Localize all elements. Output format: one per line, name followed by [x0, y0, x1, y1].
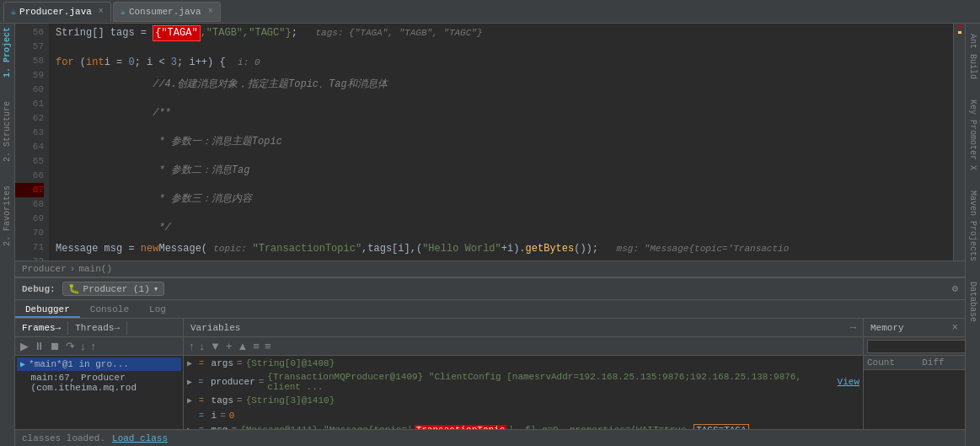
- threads-tab[interactable]: Threads→: [68, 321, 127, 335]
- debug-settings-icon[interactable]: ⚙: [952, 282, 958, 295]
- var-expand-tags[interactable]: ▶: [187, 395, 197, 406]
- code-line-61[interactable]: * 参数一：消息主题Topic: [56, 127, 946, 156]
- var-value-producer: {TransactionMQProducer@1409} "ClientConf…: [267, 372, 828, 392]
- memory-search-input[interactable]: [867, 340, 965, 353]
- var-icon-tags: =: [199, 396, 204, 406]
- btn-step-over[interactable]: ↷: [64, 341, 77, 352]
- right-panel-ant-build[interactable]: Ant Build: [967, 27, 979, 86]
- tab-producer-close[interactable]: ×: [99, 7, 104, 16]
- debug-content: Frames→ Threads→ ▶ ⏸ ⏹ ↷ ↓ ↑: [15, 319, 965, 429]
- tab-consumer-label: Consumer.java: [129, 7, 201, 17]
- var-name-producer: producer: [205, 377, 254, 387]
- left-panels: 1. Project 2. Structure 2. Favorites: [0, 24, 15, 446]
- line-numbers: 56 57 58 59 60 61 62 63 64 65 66 67 68 6…: [15, 24, 49, 261]
- btn-stop[interactable]: ⏹: [48, 341, 62, 352]
- var-value-args: {String[0]@1408}: [246, 358, 335, 368]
- tab-producer-java[interactable]: ☕ Producer.java ×: [3, 2, 111, 22]
- right-panel-key-promoter[interactable]: Key Promoter X: [967, 93, 979, 177]
- editor-scrollbar[interactable]: [953, 24, 965, 261]
- tab-producer-label: Producer.java: [19, 7, 92, 17]
- code-line-65[interactable]: Message msg = new Message( topic: "Trans…: [56, 242, 946, 256]
- tab-log[interactable]: Log: [139, 303, 176, 318]
- var-btn-add[interactable]: +: [224, 341, 234, 352]
- var-expand-args[interactable]: ▶: [187, 358, 197, 368]
- debug-session[interactable]: 🐛 Producer (1) ▾: [62, 282, 165, 296]
- var-btn-expand[interactable]: ▼: [208, 341, 222, 352]
- var-btn-down[interactable]: ↓: [198, 341, 207, 352]
- var-item-msg[interactable]: ▶ = msg = {Message@1411} "Message{topic=…: [184, 423, 863, 429]
- code-line-62[interactable]: * 参数二：消息Tag: [56, 156, 946, 185]
- right-panel-maven[interactable]: Maven Projects: [967, 184, 979, 268]
- frame-icon: ▶: [20, 359, 25, 369]
- memory-close-btn[interactable]: ×: [952, 322, 958, 334]
- var-name-tags: tags: [206, 395, 233, 406]
- tab-console[interactable]: Console: [80, 303, 139, 318]
- code-line-58[interactable]: for (int i = 0; i < 3; i++) { i: 0: [56, 56, 946, 70]
- memory-table: Count Diff: [864, 356, 965, 370]
- var-item-i[interactable]: = i = 0: [184, 408, 863, 423]
- debug-label: Debug:: [22, 284, 56, 294]
- debug-toolbar: Debug: 🐛 Producer (1) ▾ ⚙: [15, 278, 965, 300]
- code-line-63[interactable]: * 参数三：消息内容: [56, 185, 946, 213]
- var-item-args[interactable]: ▶ = args = {String[0]@1408}: [184, 356, 863, 371]
- left-panel-structure[interactable]: 2. Structure: [1, 98, 13, 165]
- var-toolbar: ↑ ↓ ▼ + ▲ ≡ ≡: [184, 337, 863, 356]
- var-expand-producer[interactable]: ▶: [187, 377, 196, 387]
- memory-col-count: Count: [864, 356, 918, 370]
- frames-header: Frames→ Threads→: [15, 319, 183, 337]
- breadcrumb-method: main(): [78, 264, 112, 274]
- var-icon-producer: =: [198, 378, 203, 387]
- var-btn-up[interactable]: ↑: [187, 341, 196, 352]
- editor-tabs-bar: ☕ Producer.java × ☕ Consumer.java ×: [0, 0, 980, 24]
- left-panel-favorites[interactable]: 2. Favorites: [1, 182, 13, 250]
- var-item-producer[interactable]: ▶ = producer = {TransactionMQProducer@14…: [184, 371, 863, 393]
- var-item-tags[interactable]: ▶ = tags = {String[3]@1410}: [184, 393, 863, 408]
- code-line-57[interactable]: [56, 41, 946, 56]
- code-line-64[interactable]: */: [56, 213, 946, 242]
- var-btn-settings[interactable]: ≡: [263, 341, 273, 352]
- memory-panel: Memory × ⚙ Count: [864, 319, 965, 429]
- var-icon-args: =: [199, 359, 204, 368]
- code-line-60[interactable]: /**: [56, 99, 946, 127]
- debug-status-bar: classes loaded. Load class: [15, 429, 965, 446]
- variables-header: Variables →: [184, 319, 863, 337]
- var-expand-i: [187, 411, 197, 421]
- variables-label: Variables: [190, 323, 240, 333]
- var-name-i: i: [206, 411, 217, 421]
- code-line-56[interactable]: String[] tags = {"TAGA","TAGB","TAGC"}; …: [56, 25, 946, 41]
- var-value-i: 0: [229, 411, 235, 421]
- memory-col-diff: Diff: [918, 356, 965, 370]
- debug-panel: Debug: 🐛 Producer (1) ▾ ⚙ Debugger Conso…: [15, 277, 965, 446]
- debug-session-icon: 🐛: [68, 283, 80, 294]
- tab-consumer-close[interactable]: ×: [208, 7, 213, 16]
- load-class-link[interactable]: Load class: [112, 433, 168, 443]
- code-lines: String[] tags = {"TAGA","TAGB","TAGC"}; …: [49, 24, 953, 261]
- frame-item-main[interactable]: ▶ *main*@1 in gro...: [17, 357, 181, 371]
- var-view-producer[interactable]: View: [838, 377, 860, 387]
- debug-session-dropdown[interactable]: ▾: [153, 283, 159, 294]
- btn-pause[interactable]: ⏸: [32, 341, 46, 352]
- right-panels: Ant Build Key Promoter X Maven Projects …: [965, 24, 980, 446]
- var-value-tags: {String[3]@1410}: [246, 395, 335, 406]
- frame-item-producer[interactable]: main:67, Producer (com.itheima.mq.rod: [17, 371, 181, 395]
- btn-step-out[interactable]: ↑: [89, 341, 99, 352]
- memory-label: Memory: [870, 323, 904, 333]
- frames-tab[interactable]: Frames→: [15, 321, 68, 335]
- btn-step-in[interactable]: ↓: [78, 341, 88, 352]
- code-line-59[interactable]: //4.创建消息对象，指定主题Topic、Tag和消息体: [56, 70, 946, 99]
- right-panel-database[interactable]: Database: [967, 275, 979, 329]
- tab-debugger[interactable]: Debugger: [15, 303, 80, 318]
- frames-toolbar: ▶ ⏸ ⏹ ↷ ↓ ↑: [15, 337, 183, 356]
- variables-close[interactable]: →: [850, 322, 856, 334]
- var-icon-i: =: [199, 411, 204, 421]
- frame-label-main: *main*@1 in gro...: [29, 359, 129, 369]
- var-btn-collapse[interactable]: ▲: [235, 341, 249, 352]
- code-line-66[interactable]: //5.发送消息: [56, 256, 946, 261]
- java-icon-2: ☕: [120, 7, 126, 17]
- left-panel-project[interactable]: 1. Project: [1, 24, 13, 81]
- memory-toolbar: ⚙: [864, 337, 965, 356]
- var-btn-filter[interactable]: ≡: [251, 341, 261, 352]
- variables-panel: Variables → ↑ ↓ ▼ + ▲ ≡ ≡: [184, 319, 864, 429]
- tab-consumer-java[interactable]: ☕ Consumer.java ×: [113, 2, 221, 22]
- btn-play[interactable]: ▶: [19, 341, 30, 352]
